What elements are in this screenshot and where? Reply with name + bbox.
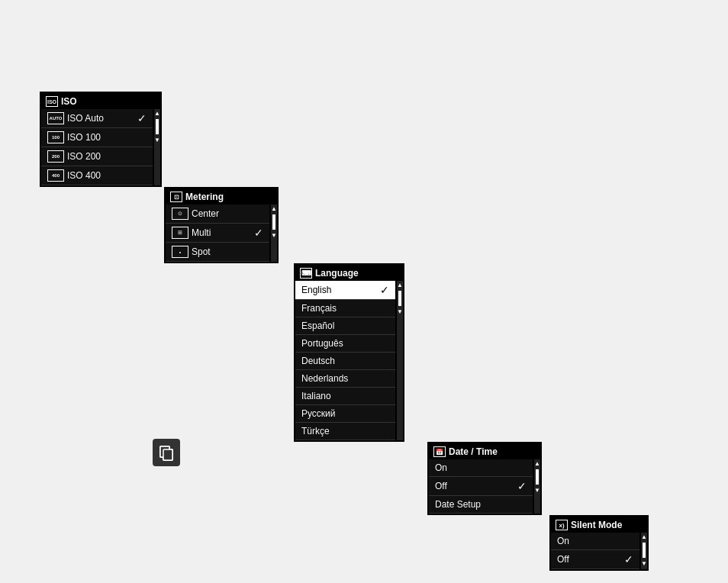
silent-on-label: On [557, 536, 569, 546]
datetime-scrollbar[interactable]: ▲ ▼ [534, 459, 540, 514]
lang-scroll-down[interactable]: ▼ [397, 308, 403, 316]
metering-header: ⊡ Metering [166, 188, 277, 205]
datetime-header: 📅 Date / Time [429, 443, 540, 459]
silent-title: Silent Mode [571, 520, 622, 530]
silent-scrollbar[interactable]: ▲ ▼ [641, 533, 647, 569]
metering-multi-label: Multi [192, 227, 211, 238]
iso-auto-label: ISO Auto [67, 113, 104, 124]
datetime-setup-label: Date Setup [435, 499, 481, 510]
lang-french-label: Français [301, 303, 337, 314]
iso-200-label: ISO 200 [67, 151, 101, 162]
metering-spot-icon: • [172, 246, 188, 258]
datetime-off-label: Off [435, 481, 447, 491]
iso-scrollbar[interactable]: ▲ ▼ [154, 109, 160, 185]
datetime-scroll-thumb [536, 469, 539, 485]
iso-auto-check: ✓ [137, 112, 147, 124]
iso-auto-item[interactable]: AUTO ISO Auto ✓ [41, 109, 153, 128]
metering-scrollbar[interactable]: ▲ ▼ [271, 205, 277, 262]
metering-panel: ⊡ Metering ⊙ Center ⊞ Multi ✓ • Spot ▲ ▼ [164, 187, 279, 263]
metering-spot-label: Spot [192, 246, 211, 257]
metering-center-item[interactable]: ⊙ Center [166, 205, 269, 224]
datetime-title: Date / Time [449, 446, 498, 457]
language-title: Language [315, 268, 359, 279]
silent-on-item[interactable]: On [551, 533, 639, 550]
metering-title: Metering [185, 192, 224, 202]
language-header: ⌨ Language [295, 265, 403, 281]
lang-portuguese-label: Português [301, 338, 343, 349]
lang-portuguese-item[interactable]: Português [295, 335, 395, 353]
lang-italian-item[interactable]: Italiano [295, 388, 395, 405]
metering-scroll-up[interactable]: ▲ [271, 205, 277, 213]
silent-header: x) Silent Mode [551, 517, 647, 533]
iso-header: ISO ISO [41, 93, 160, 109]
lang-scroll-thumb [398, 291, 401, 306]
silent-scroll-up[interactable]: ▲ [641, 533, 647, 541]
silent-icon: x) [556, 520, 568, 530]
iso-100-item[interactable]: 100 ISO 100 [41, 128, 153, 147]
lang-turkish-item[interactable]: Türkçe [295, 423, 395, 440]
svg-rect-3 [163, 449, 172, 460]
datetime-off-item[interactable]: Off ✓ [429, 477, 533, 496]
iso-scroll-down[interactable]: ▼ [154, 136, 160, 144]
lang-russian-item[interactable]: Русский [295, 405, 395, 423]
language-icon: ⌨ [300, 268, 312, 279]
metering-scroll-down[interactable]: ▼ [271, 231, 277, 240]
copy-icon [157, 443, 176, 462]
iso-200-item[interactable]: 200 ISO 200 [41, 147, 153, 166]
metering-spot-item[interactable]: • Spot [166, 243, 269, 262]
metering-scroll-thumb [272, 214, 275, 230]
language-scrollbar[interactable]: ▲ ▼ [397, 281, 403, 440]
lang-english-check: ✓ [380, 284, 389, 296]
iso-100-label: ISO 100 [67, 132, 101, 143]
lang-russian-label: Русский [301, 408, 336, 419]
silent-off-check: ✓ [624, 553, 633, 565]
iso-200-icon: 200 [47, 150, 64, 163]
datetime-scroll-up[interactable]: ▲ [534, 459, 540, 468]
lang-french-item[interactable]: Français [295, 300, 395, 317]
iso-400-label: ISO 400 [67, 170, 101, 181]
silent-off-item[interactable]: Off ✓ [551, 550, 639, 569]
lang-italian-label: Italiano [301, 391, 331, 401]
datetime-on-label: On [435, 462, 447, 473]
lang-spanish-label: Español [301, 320, 334, 331]
silent-scroll-down[interactable]: ▼ [641, 559, 647, 568]
metering-multi-item[interactable]: ⊞ Multi ✓ [166, 224, 269, 243]
iso-auto-icon: AUTO [47, 112, 64, 124]
metering-multi-check: ✓ [254, 227, 263, 239]
lang-english-item[interactable]: English ✓ [295, 281, 395, 300]
lang-turkish-label: Türkçe [301, 426, 330, 436]
iso-scroll-thumb [156, 119, 159, 134]
lang-dutch-item[interactable]: Nederlands [295, 370, 395, 388]
datetime-off-check: ✓ [517, 480, 527, 492]
lang-german-label: Deutsch [301, 356, 335, 366]
iso-panel: ISO ISO AUTO ISO Auto ✓ 100 ISO 100 200 … [40, 92, 162, 187]
lang-german-item[interactable]: Deutsch [295, 353, 395, 370]
iso-400-icon: 400 [47, 169, 64, 182]
datetime-on-item[interactable]: On [429, 459, 533, 477]
iso-title: ISO [61, 96, 77, 107]
silent-scroll-thumb [643, 543, 646, 558]
lang-dutch-label: Nederlands [301, 373, 348, 384]
metering-multi-icon: ⊞ [172, 227, 188, 239]
datetime-icon: 📅 [433, 446, 446, 457]
lang-spanish-item[interactable]: Español [295, 317, 395, 335]
iso-icon: ISO [46, 96, 58, 107]
metering-center-label: Center [192, 208, 219, 219]
iso-scroll-up[interactable]: ▲ [154, 109, 160, 118]
language-panel: ⌨ Language English ✓ Français Español Po… [294, 263, 404, 442]
copy-icon-button[interactable] [153, 439, 180, 466]
silent-off-label: Off [557, 554, 569, 565]
silent-panel: x) Silent Mode On Off ✓ ▲ ▼ [549, 515, 649, 571]
lang-english-label: English [301, 285, 331, 295]
lang-scroll-up[interactable]: ▲ [397, 281, 403, 289]
datetime-scroll-down[interactable]: ▼ [534, 486, 540, 494]
metering-icon: ⊡ [170, 192, 182, 202]
datetime-panel: 📅 Date / Time On Off ✓ Date Setup ▲ ▼ [427, 442, 542, 515]
iso-100-icon: 100 [47, 131, 64, 143]
iso-400-item[interactable]: 400 ISO 400 [41, 166, 153, 185]
datetime-setup-item[interactable]: Date Setup [429, 496, 533, 514]
metering-center-icon: ⊙ [172, 208, 188, 220]
